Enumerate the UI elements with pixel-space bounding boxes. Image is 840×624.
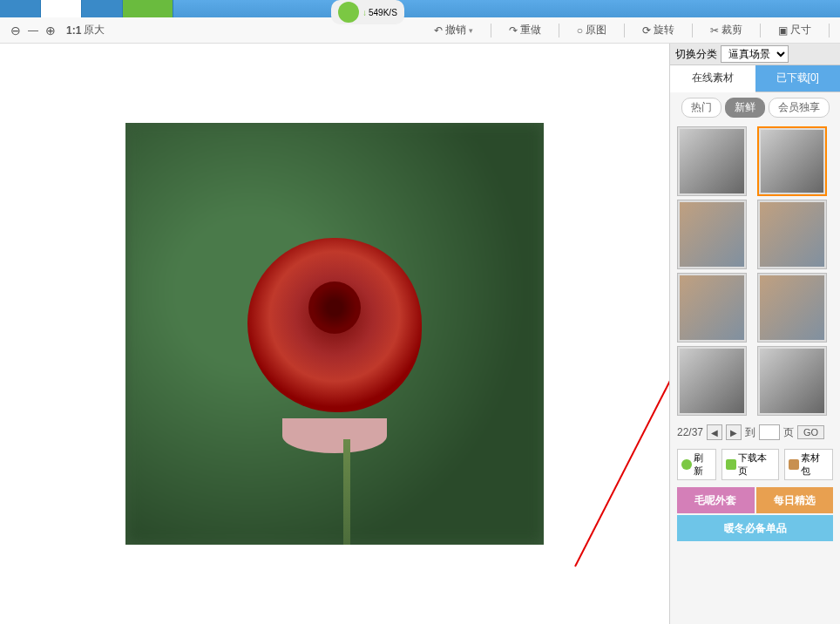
side-panel: 切换分类 逼真场景 在线素材 已下载[0] 热门 新鲜 会员独享 [669,44,840,624]
svg-line-0 [575,174,669,566]
thumb-image [680,202,744,267]
divider [692,24,693,37]
crop-label: 裁剪 [721,23,742,37]
top-tab-3[interactable] [82,0,123,17]
rose-center [308,281,361,334]
promo-2[interactable]: 每日精选 [756,487,834,513]
refresh-button[interactable]: 刷新 [677,449,716,480]
page-counter: 22/37 [677,426,703,438]
thumbnail-6[interactable] [757,273,827,343]
rotate-icon: ⟳ [642,24,651,37]
toolbar: ⊖ — ⊕ 1:1 原大 ↶ 撤销 ▾ ↷ 重做 ○ 原图 ⟳ 旋转 ✂ [0,17,840,44]
go-button[interactable]: GO [797,425,824,439]
thumbnail-3[interactable] [677,200,747,269]
thumbnail-2-selected[interactable] [757,126,827,196]
thumbnail-7[interactable] [677,346,747,416]
tab-downloaded[interactable]: 已下载[0] [755,65,841,92]
filter-fresh[interactable]: 新鲜 [725,98,765,118]
thumb-image [680,275,744,340]
thumbnail-5[interactable] [677,273,747,343]
undo-label: 撤销 [445,23,466,37]
main-area: 切换分类 逼真场景 在线素材 已下载[0] 热门 新鲜 会员独享 [0,44,840,624]
panel-header: 切换分类 逼真场景 [670,44,840,65]
download-page-button[interactable]: 下载本页 [721,449,779,480]
page-input[interactable] [759,424,780,440]
action-row: 刷新 下载本页 素材包 [670,445,840,484]
crop-button[interactable]: ✂ 裁剪 [707,21,746,39]
tab-online-materials[interactable]: 在线素材 [670,65,755,92]
filter-hot[interactable]: 热门 [681,98,721,118]
original-label: 原图 [586,23,606,37]
promo-3[interactable]: 暖冬必备单品 [677,515,833,541]
thumbnail-4[interactable] [757,200,827,269]
category-select[interactable]: 逼真场景 [721,45,789,63]
scissors-icon: ✂ [710,24,719,37]
top-bar: ↓ 549K/S [0,0,840,17]
zoom-out-button[interactable]: ⊖ [7,22,24,39]
filter-tabs: 热门 新鲜 会员独享 [670,92,840,123]
redo-label: 重做 [520,23,541,37]
refresh-icon [681,459,692,470]
refresh-label: 刷新 [694,451,712,478]
top-tabs [0,0,173,17]
download-arrow-icon: ↓ [362,8,367,17]
zoom-ratio: 1:1 [66,24,81,37]
thumbnail-8[interactable] [757,346,827,416]
size-icon: ▣ [778,24,788,37]
zoom-ratio-button[interactable]: 1:1 原大 [63,21,108,39]
filter-vip[interactable]: 会员独享 [769,98,830,118]
chevron-down-icon: ▾ [469,26,473,35]
thumb-image [760,275,824,340]
zoom-in-button[interactable]: ⊕ [42,22,59,39]
divider [829,24,830,37]
promo-1[interactable]: 毛呢外套 [677,487,755,513]
speed-indicator: ↓ 549K/S [331,0,404,24]
top-tab-1[interactable] [0,0,41,17]
next-page-button[interactable]: ▶ [726,424,742,440]
download-label: 下载本页 [738,451,776,478]
undo-button[interactable]: ↶ 撤销 ▾ [430,21,477,39]
undo-icon: ↶ [434,24,443,37]
thumbnail-1[interactable] [677,126,747,196]
to-label: 到 [745,425,755,440]
rose-stem [343,439,350,545]
divider [624,24,625,37]
thumb-image [680,129,744,193]
page-label: 页 [783,425,794,440]
rose-flower [247,238,422,412]
circle-icon: ○ [577,24,583,37]
pack-icon [789,459,799,470]
thumb-image [760,202,824,267]
speed-value: 549K/S [369,8,397,17]
main-image[interactable] [125,123,544,545]
switch-category-label: 切换分类 [675,47,717,62]
top-tab-4[interactable] [123,0,173,17]
prev-page-button[interactable]: ◀ [707,424,722,440]
zoom-label: 原大 [84,23,105,37]
material-pack-button[interactable]: 素材包 [784,449,833,480]
promo-grid: 毛呢外套 每日精选 暖冬必备单品 [670,484,840,545]
thumb-image [680,349,744,413]
toolbar-right: ↶ 撤销 ▾ ↷ 重做 ○ 原图 ⟳ 旋转 ✂ 裁剪 ▣ 尺寸 [430,21,833,39]
panel-tabs: 在线素材 已下载[0] [670,65,840,92]
original-button[interactable]: ○ 原图 [573,21,610,39]
divider [760,24,761,37]
rotate-label: 旋转 [654,23,674,37]
rotate-button[interactable]: ⟳ 旋转 [639,21,678,39]
speed-badge-icon [338,2,359,23]
size-button[interactable]: ▣ 尺寸 [775,21,815,39]
zoom-out-icon: ⊖ [10,24,21,37]
download-icon [726,459,736,470]
canvas-area[interactable] [0,44,669,624]
rose-petals [247,238,422,412]
size-label: 尺寸 [790,23,811,37]
redo-button[interactable]: ↷ 重做 [505,21,545,39]
zoom-slider-placeholder[interactable]: — [28,24,38,37]
thumb-image [760,349,824,413]
thumbnail-grid [670,123,840,419]
thumb-image [761,130,823,193]
divider [491,24,491,37]
rose-sepal [282,418,387,453]
top-tab-active[interactable] [41,0,82,17]
pagination: 22/37 ◀ ▶ 到 页 GO [670,419,840,445]
